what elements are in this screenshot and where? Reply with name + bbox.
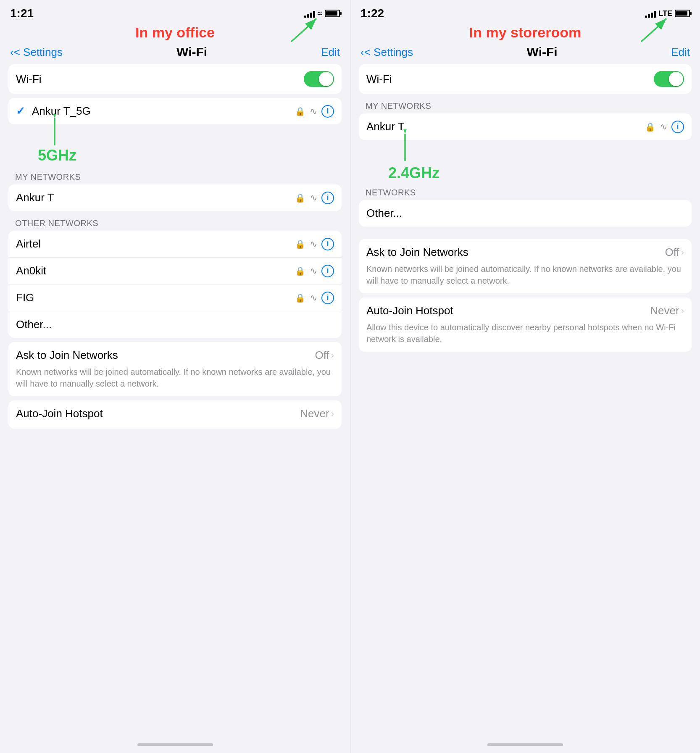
info-icon-my-0[interactable]: i — [321, 192, 334, 204]
wifi-toggle-right[interactable] — [654, 71, 684, 87]
arrow-to-edit-left — [274, 14, 325, 44]
networks-label-right: NETWORKS — [350, 184, 700, 200]
my-networks-section-left: Ankur T 🔒 ∿ i — [8, 184, 342, 211]
other-network-row-0[interactable]: Airtel 🔒 ∿ i — [8, 231, 342, 258]
ask-join-chevron-left: › — [331, 350, 334, 361]
lock-icon-my-right-0: 🔒 — [645, 122, 655, 132]
wifi-toggle-row-left: Wi-Fi — [8, 64, 342, 94]
network-row-right-0[interactable]: Other... — [359, 200, 692, 226]
ask-join-desc-right: Known networks will be joined automatica… — [366, 261, 684, 287]
ask-join-value-right: Off › — [665, 246, 684, 259]
other-network-row-1[interactable]: An0kit 🔒 ∿ i — [8, 258, 342, 284]
back-button-right[interactable]: ‹ < Settings — [361, 46, 413, 59]
ask-join-card-left[interactable]: Ask to Join Networks Off › Known network… — [8, 342, 342, 396]
back-button-left[interactable]: ‹ < Settings — [10, 46, 63, 59]
other-network-row-3[interactable]: Other... — [8, 311, 342, 338]
battery-icon-right — [675, 10, 690, 17]
auto-join-desc-right: Allow this device to automatically disco… — [366, 319, 684, 345]
other-network-name-1: An0kit — [16, 264, 46, 277]
auto-join-chevron-left: › — [331, 408, 334, 419]
other-networks-section-left: Airtel 🔒 ∿ i An0kit 🔒 ∿ i FIG 🔒 — [8, 231, 342, 338]
wifi-icon-other-1: ∿ — [310, 266, 317, 276]
back-chevron-left: ‹ — [10, 46, 14, 59]
wifi-icon-other-0: ∿ — [310, 239, 317, 250]
home-indicator-left — [0, 743, 350, 753]
info-icon-connected[interactable]: i — [321, 105, 334, 118]
info-icon-other-1[interactable]: i — [321, 265, 334, 277]
auto-join-value-right: Never › — [650, 304, 684, 317]
other-network-name-3: Other... — [16, 318, 52, 331]
other-network-row-2[interactable]: FIG 🔒 ∿ i — [8, 284, 342, 311]
back-chevron-right: ‹ — [361, 46, 364, 59]
wifi-icon-other-2: ∿ — [310, 292, 317, 303]
edit-button-left[interactable]: Edit — [321, 46, 340, 59]
info-icon-other-2[interactable]: i — [321, 292, 334, 304]
other-network-name-0: Airtel — [16, 237, 41, 250]
auto-join-card-right[interactable]: Auto-Join Hotspot Never › Allow this dev… — [359, 298, 692, 352]
auto-join-title-right: Auto-Join Hotspot — [366, 304, 453, 317]
other-network-name-2: FIG — [16, 291, 34, 304]
wifi-toggle-row-right: Wi-Fi — [359, 64, 692, 94]
nav-title-left: Wi-Fi — [176, 45, 207, 59]
arrow-2ghz — [384, 129, 451, 163]
lock-icon-other-1: 🔒 — [295, 266, 305, 276]
lock-icon-connected: 🔒 — [295, 106, 305, 116]
lock-icon-other-0: 🔒 — [295, 239, 305, 249]
checkmark-icon: ✓ — [16, 105, 25, 118]
ask-join-card-right[interactable]: Ask to Join Networks Off › Known network… — [359, 239, 692, 293]
info-icon-my-right-0[interactable]: i — [671, 121, 684, 133]
ask-join-value-left: Off › — [315, 349, 334, 362]
lock-icon-other-2: 🔒 — [295, 293, 305, 303]
wifi-icon-my-right-0: ∿ — [660, 121, 667, 132]
spacer-right — [350, 231, 700, 239]
wifi-toggle-section-left: Wi-Fi — [8, 64, 342, 94]
status-time-right: 1:22 — [361, 7, 384, 20]
networks-section-right: Other... — [359, 200, 692, 226]
wifi-label-left: Wi-Fi — [16, 73, 42, 86]
my-network-row-0[interactable]: Ankur T 🔒 ∿ i — [8, 184, 342, 211]
network-name-right-0: Other... — [366, 207, 402, 220]
status-time-left: 1:21 — [10, 7, 34, 20]
wifi-icon-connected: ∿ — [310, 106, 317, 117]
wifi-label-right: Wi-Fi — [366, 73, 392, 86]
ask-join-chevron-right: › — [681, 247, 684, 258]
ask-join-title-left: Ask to Join Networks — [16, 349, 118, 362]
back-label-right: < Settings — [364, 46, 413, 59]
left-phone-screen: 1:21 ≈ In my office — [0, 0, 350, 753]
right-phone-screen: 1:22 LTE In my storeroom — [350, 0, 700, 753]
arrow-to-edit-right — [624, 14, 675, 44]
wifi-toggle-left[interactable] — [304, 71, 334, 87]
annotation-2ghz-label: 2.4GHz — [388, 164, 439, 182]
info-icon-other-0[interactable]: i — [321, 238, 334, 250]
other-networks-label-left: OTHER NETWORKS — [0, 215, 350, 231]
arrow-5ghz — [34, 114, 101, 147]
back-label-left: < Settings — [14, 46, 63, 59]
ask-join-desc-left: Known networks will be joined automatica… — [16, 363, 334, 390]
nav-bar-right: ‹ < Settings Wi-Fi Edit — [350, 42, 700, 64]
edit-button-right[interactable]: Edit — [671, 46, 690, 59]
my-networks-section-right: Ankur T 🔒 ∿ i 2.4GHz — [359, 113, 692, 140]
connected-network-section: ✓ Ankur T_5G 🔒 ∿ i 5GHz — [8, 98, 342, 124]
my-networks-label-right: MY NETWORKS — [350, 98, 700, 113]
home-indicator-right — [350, 743, 700, 753]
auto-join-card-left[interactable]: Auto-Join Hotspot Never › — [8, 400, 342, 429]
ask-join-title-right: Ask to Join Networks — [366, 246, 468, 259]
auto-join-title-left: Auto-Join Hotspot — [16, 407, 103, 420]
auto-join-chevron-right: › — [681, 305, 684, 316]
my-networks-label-left: MY NETWORKS — [0, 169, 350, 184]
wifi-icon-my-0: ∿ — [310, 192, 317, 203]
wifi-toggle-section-right: Wi-Fi — [359, 64, 692, 94]
lock-icon-my-0: 🔒 — [295, 193, 305, 203]
my-network-name-0: Ankur T — [16, 191, 54, 204]
nav-bar-left: ‹ < Settings Wi-Fi Edit — [0, 42, 350, 64]
annotation-5ghz-label: 5GHz — [38, 147, 76, 164]
battery-icon-left — [325, 10, 340, 17]
nav-title-right: Wi-Fi — [527, 45, 558, 59]
auto-join-value-left: Never › — [300, 407, 334, 420]
